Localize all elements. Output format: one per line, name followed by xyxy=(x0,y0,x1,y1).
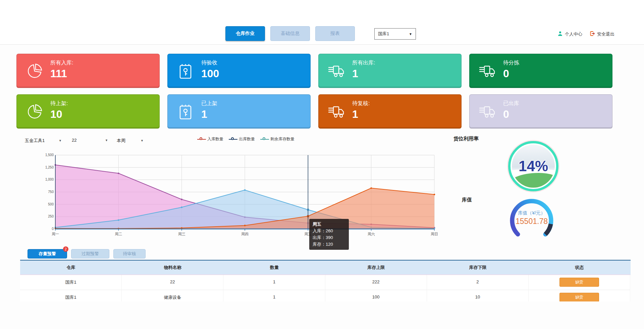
card-value: 0 xyxy=(503,67,509,80)
tab-reports[interactable]: 报表 xyxy=(315,26,355,41)
user-icon xyxy=(557,31,563,37)
material-select[interactable]: 22 ▼ xyxy=(72,138,108,143)
y-tick-label: 1,000 xyxy=(37,178,54,181)
truck-icon xyxy=(479,103,496,120)
table-header-row: 仓库 物料名称 数量 库存上限 库存下限 状态 xyxy=(20,261,631,275)
material-type-value: 五金工具1 xyxy=(25,138,59,144)
card-pending-shelving[interactable]: 待上架: 10 xyxy=(16,94,160,129)
card-label: 待分拣 xyxy=(503,59,519,66)
card-label: 待验收 xyxy=(201,59,217,66)
col-qty: 数量 xyxy=(223,261,325,275)
clipboard-icon xyxy=(177,103,194,120)
tooltip-title: 周五 xyxy=(313,221,345,228)
warehouse-select-value: 国库1 xyxy=(378,31,389,37)
card-value: 111 xyxy=(50,67,67,80)
logout-icon xyxy=(590,31,595,37)
utilization-title: 货位利用率 xyxy=(453,136,479,142)
card-label: 已上架 xyxy=(201,100,217,107)
cell-material: 22 xyxy=(122,275,223,290)
material-value: 22 xyxy=(72,138,105,143)
legend-marker-icon xyxy=(260,138,269,141)
tooltip-line: 库存：120 xyxy=(313,241,345,248)
card-label: 已出库 xyxy=(503,100,519,107)
card-label: 所有入库: xyxy=(50,59,73,66)
legend-label: 入库数量 xyxy=(207,136,223,142)
utilization-value: 14% xyxy=(511,143,556,189)
col-status: 状态 xyxy=(529,261,630,275)
legend-label: 出库数量 xyxy=(239,136,255,142)
period-value: 本周 xyxy=(117,138,141,144)
x-tick-label: 周三 xyxy=(172,232,192,237)
stock-alert-table: 仓库 物料名称 数量 库存上限 库存下限 状态 国库1 22 1 222 2 缺… xyxy=(20,260,631,301)
card-label: 所有出库: xyxy=(352,59,375,66)
card-shelved[interactable]: 已上架 1 xyxy=(167,94,311,129)
profile-label: 个人中心 xyxy=(565,31,582,37)
status-button[interactable]: 缺货 xyxy=(559,278,599,287)
cell-warehouse: 国库1 xyxy=(20,290,122,301)
tab-pending-review[interactable]: 待审核 xyxy=(113,249,146,258)
card-all-inbound[interactable]: 所有入库: 111 xyxy=(16,54,160,88)
card-label: 待复核: xyxy=(352,100,370,107)
x-tick-label: 周四 xyxy=(235,232,255,237)
card-outbound-done[interactable]: 已出库 0 xyxy=(469,94,612,129)
col-warehouse: 仓库 xyxy=(20,261,122,275)
top-header: 仓库作业 基础信息 报表 国库1 ▼ 个人中心 安全退出 xyxy=(0,0,644,45)
card-value: 1 xyxy=(201,108,207,121)
card-value: 10 xyxy=(50,108,62,121)
logout-link[interactable]: 安全退出 xyxy=(590,31,614,37)
y-tick-label: 1,250 xyxy=(37,166,54,169)
table-row[interactable]: 国库1 22 1 222 2 缺货 xyxy=(20,275,631,290)
logout-label: 安全退出 xyxy=(597,31,614,37)
y-tick-label: 0 xyxy=(37,227,54,231)
y-tick-label: 750 xyxy=(37,190,54,194)
table-row[interactable]: 国库1 健康设备 1 100 10 缺货 xyxy=(20,290,631,301)
clipboard-icon xyxy=(177,63,194,80)
utilization-gauge: 14% xyxy=(508,141,558,191)
col-lower: 库存下限 xyxy=(427,261,529,275)
cell-lower: 10 xyxy=(427,290,529,301)
tab-basic-info[interactable]: 基础信息 xyxy=(270,26,310,41)
card-value: 0 xyxy=(503,108,509,121)
warehouse-select[interactable]: 国库1 ▼ xyxy=(374,28,416,40)
y-tick-label: 500 xyxy=(37,202,54,206)
cell-qty: 1 xyxy=(223,290,325,301)
tooltip-line: 入库：260 xyxy=(313,228,345,234)
cell-upper: 222 xyxy=(325,275,427,290)
profile-link[interactable]: 个人中心 xyxy=(557,31,582,37)
card-value: 100 xyxy=(201,67,219,80)
card-pending-sorting[interactable]: 待分拣 0 xyxy=(469,54,612,88)
col-upper: 库存上限 xyxy=(325,261,427,275)
tab-warehouse-operations[interactable]: 仓库作业 xyxy=(225,26,265,41)
pie-chart-icon xyxy=(26,103,43,120)
card-all-outbound[interactable]: 所有出库: 1 xyxy=(318,54,462,88)
cell-qty: 1 xyxy=(223,275,325,290)
cell-upper: 100 xyxy=(325,290,427,301)
user-menu: 个人中心 安全退出 xyxy=(557,31,614,37)
wms-dashboard: 仓库作业 基础信息 报表 国库1 ▼ 个人中心 安全退出 xyxy=(0,0,644,329)
chevron-down-icon: ▼ xyxy=(105,139,108,142)
card-pending-inspection[interactable]: 待验收 100 xyxy=(167,54,311,88)
tab-expiry-alert[interactable]: 过期预警 xyxy=(71,249,109,258)
x-tick-label: 周六 xyxy=(361,232,381,237)
legend-outbound[interactable]: 出库数量 xyxy=(229,136,255,142)
tab-stock-alert[interactable]: 存量预警 xyxy=(28,249,67,258)
legend-inbound[interactable]: 入库数量 xyxy=(197,136,223,142)
legend-stock[interactable]: 剩余库存数量 xyxy=(260,136,294,142)
period-select[interactable]: 本周 ▼ xyxy=(117,138,144,144)
inventory-value-label: 库值（¥/元） xyxy=(506,210,557,216)
legend-marker-icon xyxy=(197,138,206,141)
x-tick-label: 周二 xyxy=(108,232,128,237)
inventory-value-gauge: 库值（¥/元） 15501.78 xyxy=(506,195,557,246)
card-pending-recheck[interactable]: 待复核: 1 xyxy=(318,94,462,129)
truck-icon xyxy=(328,103,345,120)
material-type-select[interactable]: 五金工具1 ▼ xyxy=(25,138,62,144)
card-value: 1 xyxy=(352,108,358,121)
card-value: 1 xyxy=(352,67,358,80)
weekly-flow-chart[interactable] xyxy=(55,155,434,229)
card-label: 待上架: xyxy=(50,100,68,107)
cell-lower: 2 xyxy=(427,275,529,290)
legend-marker-icon xyxy=(229,138,237,141)
status-button[interactable]: 缺货 xyxy=(559,293,599,301)
legend-label: 剩余库存数量 xyxy=(270,136,294,142)
cell-warehouse: 国库1 xyxy=(20,275,122,290)
